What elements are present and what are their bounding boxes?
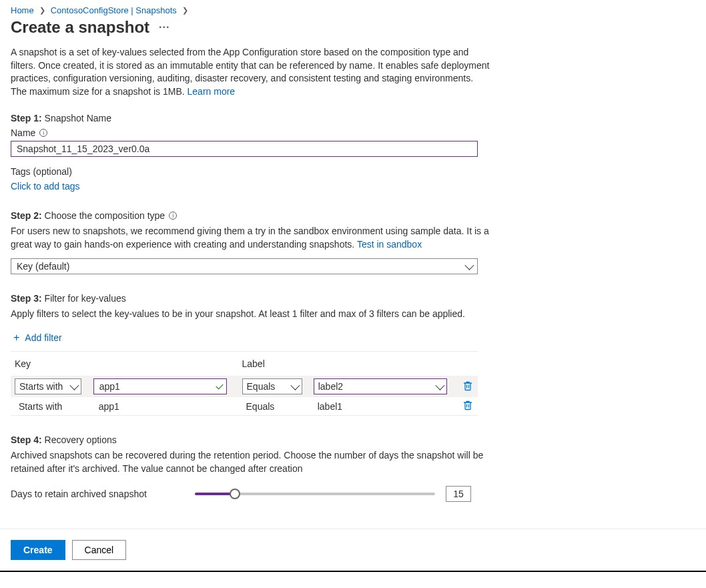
composition-type-select[interactable]: Key (default) bbox=[11, 258, 478, 274]
retention-slider[interactable] bbox=[195, 493, 435, 495]
filter-row: Starts with app1 Equals label1 bbox=[11, 397, 478, 416]
chevron-down-icon bbox=[69, 381, 79, 390]
breadcrumb-home[interactable]: Home bbox=[11, 5, 34, 15]
tags-label: Tags (optional) bbox=[11, 166, 491, 177]
cancel-button[interactable]: Cancel bbox=[72, 540, 127, 560]
more-icon[interactable]: ··· bbox=[159, 21, 169, 33]
add-tags-link[interactable]: Click to add tags bbox=[11, 181, 491, 192]
breadcrumb: Home ❯ ContosoConfigStore | Snapshots ❯ bbox=[11, 5, 695, 15]
info-icon[interactable]: i bbox=[169, 212, 177, 220]
delete-icon[interactable] bbox=[462, 380, 473, 391]
step2-section: Step 2: Choose the composition type i Fo… bbox=[11, 210, 491, 274]
key-value-input[interactable] bbox=[93, 378, 227, 394]
col-label: Label bbox=[238, 352, 458, 376]
filters-table: Key Label Starts with bbox=[11, 351, 478, 416]
plus-icon: + bbox=[13, 332, 19, 343]
filter-row-editing: Starts with Equals bbox=[11, 376, 478, 397]
create-button[interactable]: Create bbox=[11, 540, 65, 560]
step3-section: Step 3: Filter for key-values Apply filt… bbox=[11, 293, 491, 416]
col-key: Key bbox=[11, 352, 238, 376]
label-value-select[interactable]: label2 bbox=[314, 378, 447, 394]
chevron-down-icon bbox=[464, 260, 474, 270]
chevron-down-icon bbox=[290, 381, 300, 390]
test-sandbox-link[interactable]: Test in sandbox bbox=[357, 239, 422, 250]
key-operator-select[interactable]: Starts with bbox=[15, 378, 81, 394]
step4-section: Step 4: Recovery options Archived snapsh… bbox=[11, 434, 491, 502]
add-filter-button[interactable]: + Add filter bbox=[11, 327, 62, 351]
page-description: A snapshot is a set of key-values select… bbox=[11, 46, 491, 98]
chevron-right-icon: ❯ bbox=[39, 6, 45, 15]
retention-days-input[interactable] bbox=[446, 486, 471, 502]
label-operator-select[interactable]: Equals bbox=[242, 378, 302, 394]
page-title: Create a snapshot ··· bbox=[11, 18, 695, 37]
snapshot-name-input[interactable] bbox=[11, 141, 478, 157]
retention-label: Days to retain archived snapshot bbox=[11, 489, 184, 499]
footer: Create Cancel bbox=[0, 529, 706, 571]
delete-icon[interactable] bbox=[462, 400, 473, 410]
name-label: Name i bbox=[11, 127, 491, 138]
learn-more-link[interactable]: Learn more bbox=[188, 86, 236, 97]
chevron-right-icon: ❯ bbox=[182, 6, 188, 15]
info-icon[interactable]: i bbox=[39, 129, 47, 137]
chevron-down-icon bbox=[435, 381, 444, 390]
slider-thumb[interactable] bbox=[230, 489, 240, 499]
step1-section: Step 1: Snapshot Name Name i Tags (optio… bbox=[11, 113, 491, 192]
breadcrumb-store[interactable]: ContosoConfigStore | Snapshots bbox=[51, 5, 177, 15]
